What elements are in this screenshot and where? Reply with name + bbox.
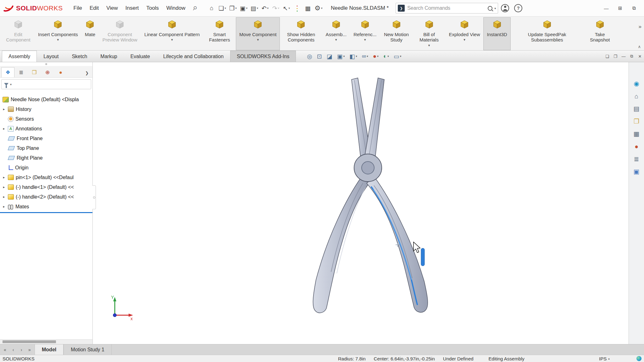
resources-button[interactable]: ◉ bbox=[631, 79, 642, 88]
apply-scene-button[interactable]: ◐ bbox=[381, 51, 391, 62]
tab-motion-study-1[interactable]: Motion Study 1 bbox=[64, 344, 112, 355]
file-explorer-button[interactable]: ❐ bbox=[631, 117, 642, 126]
doc-new-window-button[interactable]: ❏ bbox=[603, 51, 611, 62]
zoom-area-button[interactable]: ⊡ bbox=[315, 51, 324, 62]
propertymanager-tab[interactable]: ≣ bbox=[14, 67, 28, 77]
open-button[interactable]: ❐ bbox=[228, 3, 238, 14]
tree-item-history[interactable]: History bbox=[0, 104, 92, 114]
doc-restore-button[interactable]: ⧉ bbox=[628, 51, 636, 62]
menu-edit[interactable]: Edit bbox=[86, 0, 103, 16]
interference-check-button[interactable]: ● bbox=[292, 3, 303, 14]
exploded-view-button[interactable]: Exploded View bbox=[446, 17, 484, 50]
menu-file[interactable]: File bbox=[70, 0, 86, 16]
expand-caret-icon[interactable] bbox=[2, 107, 6, 111]
tree-root[interactable]: Needle Nose (Default) <Displa bbox=[0, 95, 92, 104]
restore-button[interactable]: ⧉ bbox=[627, 3, 641, 14]
panel-expand-icon[interactable]: ❯ bbox=[85, 71, 91, 77]
configurationmanager-tab[interactable]: ❒ bbox=[28, 67, 41, 77]
menu-insert[interactable]: Insert bbox=[122, 0, 143, 16]
mate-button[interactable]: Mate bbox=[81, 17, 99, 50]
tree-item-top-plane[interactable]: Top Plane bbox=[0, 143, 92, 153]
print-button[interactable]: ▤ bbox=[249, 3, 260, 14]
component-preview-window-button[interactable]: Component Preview Window bbox=[99, 17, 141, 50]
move-component-button[interactable]: Move Component bbox=[236, 17, 280, 50]
help-icon[interactable]: ? bbox=[514, 4, 522, 12]
redo-button[interactable]: ↷ bbox=[270, 3, 281, 14]
tab-sketch[interactable]: Sketch bbox=[65, 51, 94, 62]
view-settings-button[interactable]: ▭ bbox=[391, 51, 403, 62]
edit-component-button[interactable]: Edit Component bbox=[2, 17, 35, 50]
tab-addins[interactable]: SOLIDWORKS Add-Ins bbox=[230, 51, 296, 62]
search-scope-button[interactable]: ❯ bbox=[398, 5, 405, 12]
search-input[interactable] bbox=[407, 5, 486, 11]
reference-geometry-button[interactable]: Referenc... bbox=[350, 17, 380, 50]
filter-dropdown-icon[interactable]: ▾ bbox=[10, 83, 12, 86]
tree-rollback-bar[interactable] bbox=[0, 212, 92, 213]
expand-caret-icon[interactable] bbox=[2, 185, 6, 189]
tree-item-handle-2[interactable]: (-) handle<2> (Default) << bbox=[0, 192, 92, 202]
tab-assembly[interactable]: Assembly bbox=[2, 51, 37, 62]
view-orientation-button[interactable]: ▣ bbox=[335, 51, 347, 62]
dimxpert-tab[interactable]: ⊕ bbox=[41, 67, 54, 77]
new-motion-study-button[interactable]: New Motion Study bbox=[380, 17, 413, 50]
tree-item-handle-1[interactable]: (-) handle<1> (Default) << bbox=[0, 182, 92, 192]
pin-menu-icon[interactable]: ⚲ bbox=[191, 4, 198, 12]
drag-handle[interactable] bbox=[421, 248, 425, 266]
tree-item-pin-1[interactable]: pin<1> (Default) <<Defaul bbox=[0, 173, 92, 182]
search-dropdown-icon[interactable]: ▾ bbox=[494, 7, 496, 10]
linear-component-pattern-button[interactable]: Linear Component Pattern bbox=[141, 17, 203, 50]
doc-minimize-button[interactable]: — bbox=[619, 51, 628, 62]
bill-of-materials-button[interactable]: Bill of Materials bbox=[413, 17, 446, 50]
last-tab-button[interactable]: » bbox=[26, 346, 33, 354]
edit-appearance-button[interactable]: ● bbox=[371, 51, 381, 62]
insert-components-button[interactable]: Insert Components bbox=[35, 17, 81, 50]
menu-window[interactable]: Window bbox=[163, 0, 189, 16]
scrollbar-thumb[interactable] bbox=[3, 340, 56, 343]
tree-item-front-plane[interactable]: Front Plane bbox=[0, 134, 92, 143]
user-account-icon[interactable] bbox=[501, 4, 509, 12]
pliers-model[interactable] bbox=[296, 77, 444, 322]
expand-caret-icon[interactable] bbox=[2, 195, 6, 199]
instant3d-button[interactable]: Instant3D bbox=[483, 17, 510, 50]
design-library-button[interactable]: ▤ bbox=[631, 104, 642, 113]
custom-properties-button[interactable]: ≣ bbox=[631, 155, 642, 163]
view-palette-button[interactable]: ▦ bbox=[631, 129, 642, 138]
tree-item-sensors[interactable]: Sensors bbox=[0, 114, 92, 124]
panel-horizontal-scrollbar[interactable] bbox=[0, 339, 92, 344]
expand-caret-icon[interactable] bbox=[2, 127, 6, 131]
menu-tools[interactable]: Tools bbox=[142, 0, 163, 16]
panel-splitter-handle[interactable] bbox=[92, 185, 96, 209]
tab-model[interactable]: Model bbox=[35, 344, 64, 355]
featuremanager-tab[interactable]: ❖ bbox=[1, 67, 14, 77]
displaymanager-tab[interactable]: ● bbox=[54, 67, 67, 77]
tree-item-right-plane[interactable]: Right Plane bbox=[0, 153, 92, 163]
expand-caret-icon[interactable] bbox=[2, 175, 6, 179]
select-button[interactable]: ↖ bbox=[281, 3, 292, 14]
web-help-icon[interactable] bbox=[636, 356, 641, 361]
tree-item-mates[interactable]: Mates bbox=[0, 202, 92, 211]
home-button[interactable]: ⌂ bbox=[206, 3, 217, 14]
zoom-fit-button[interactable]: ◎ bbox=[305, 51, 314, 62]
update-speedpak-button[interactable]: Update SpeedPak Subassemblies bbox=[511, 17, 584, 50]
panel-grab-handle[interactable] bbox=[0, 62, 92, 66]
forum-button[interactable]: ▣ bbox=[631, 167, 642, 176]
tab-lifecycle[interactable]: Lifecycle and Collaboration bbox=[157, 51, 230, 62]
tab-evaluate[interactable]: Evaluate bbox=[124, 51, 157, 62]
undo-button[interactable]: ↶ bbox=[260, 3, 270, 14]
save-button[interactable]: ▣ bbox=[238, 3, 249, 14]
ribbon-collapse-icon[interactable]: ∧ bbox=[638, 44, 641, 49]
tab-markup[interactable]: Markup bbox=[94, 51, 124, 62]
doc-close-button[interactable]: ✕ bbox=[636, 51, 644, 62]
new-document-button[interactable]: ❏ bbox=[217, 3, 228, 14]
assembly-features-button[interactable]: Assemb... bbox=[322, 17, 350, 50]
show-hidden-components-button[interactable]: Show Hidden Components bbox=[280, 17, 322, 50]
search-icon[interactable] bbox=[488, 6, 492, 11]
first-tab-button[interactable]: « bbox=[1, 346, 9, 354]
tree-item-origin[interactable]: Origin bbox=[0, 163, 92, 173]
minimize-button[interactable]: — bbox=[599, 3, 613, 14]
doc-tile-button[interactable]: ❐ bbox=[611, 51, 619, 62]
tree-filter[interactable]: ▾ bbox=[1, 79, 91, 89]
section-view-button[interactable]: ◪ bbox=[325, 51, 335, 62]
expand-caret-icon[interactable] bbox=[2, 205, 6, 209]
ribbon-overflow-icon[interactable]: » bbox=[639, 24, 641, 30]
